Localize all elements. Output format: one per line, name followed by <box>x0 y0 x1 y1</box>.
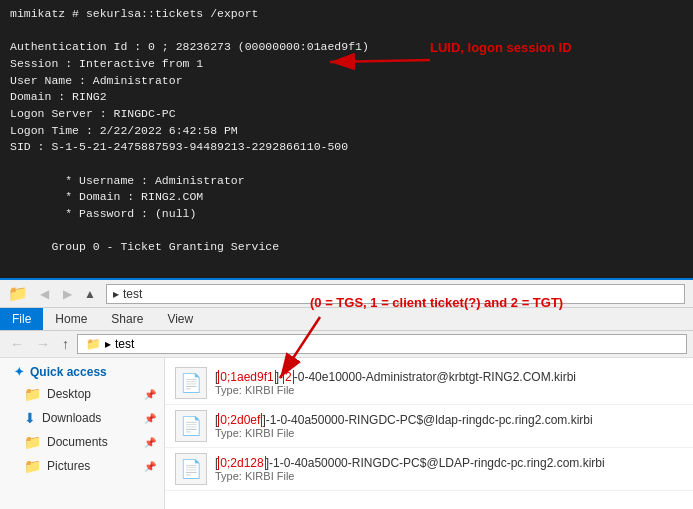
file-item-2[interactable]: 📄 [0;2d0ef]-1-0-40a50000-RINGDC-PC$@ldap… <box>165 405 693 448</box>
terminal-line-password: * Password : (null) <box>10 206 683 223</box>
desktop-pin-icon: 📌 <box>144 389 156 400</box>
file-type-1: Type: KIRBI File <box>215 384 683 396</box>
address-separator: ▸ <box>105 337 111 351</box>
sidebar-item-downloads[interactable]: ⬇ Downloads 📌 <box>0 406 164 430</box>
file-details-2: [0;2d0ef]-1-0-40a50000-RINGDC-PC$@ldap-r… <box>215 413 683 439</box>
explorer-titlebar: 📁 ◀ ▶ ▲ ▸ test <box>0 280 693 308</box>
file-item-1[interactable]: 📄 [0;1aed9f1]-2-0-40e10000-Administrator… <box>165 362 693 405</box>
desktop-label: Desktop <box>47 387 91 401</box>
terminal-line-domain: Domain : RING2 <box>10 89 683 106</box>
terminal-line-blank1 <box>10 23 683 40</box>
file-highlight-num: 2 <box>283 370 294 384</box>
breadcrumb-bar[interactable]: ▸ test <box>106 284 685 304</box>
file-type-2: Type: KIRBI File <box>215 427 683 439</box>
folder-icon: 📁 <box>8 284 28 304</box>
terminal-prompt: mimikatz # sekurlsa::tickets /export <box>10 6 683 23</box>
terminal-panel: mimikatz # sekurlsa::tickets /export Aut… <box>0 0 693 278</box>
downloads-folder-icon: ⬇ <box>24 410 36 426</box>
tab-home[interactable]: Home <box>43 308 99 330</box>
file-icon-3: 📄 <box>175 453 207 485</box>
nav-icons: ◀ ▶ ▲ <box>34 284 100 304</box>
downloads-pin-icon: 📌 <box>144 413 156 424</box>
file-item-3[interactable]: 📄 [0;2d128]-1-0-40a50000-RINGDC-PC$@LDAP… <box>165 448 693 491</box>
sidebar-item-documents[interactable]: 📁 Documents 📌 <box>0 430 164 454</box>
terminal-line-group: Group 0 - Ticket Granting Service <box>10 239 683 256</box>
tab-file[interactable]: File <box>0 308 43 330</box>
file-name-2: [0;2d0ef]-1-0-40a50000-RINGDC-PC$@ldap-r… <box>215 413 683 427</box>
terminal-line-session: Session : Interactive from 1 <box>10 56 683 73</box>
file-details-1: [0;1aed9f1]-2-0-40e10000-Administrator@k… <box>215 370 683 396</box>
file3-highlight: 0;2d128 <box>218 456 265 470</box>
terminal-line-domain2: * Domain : RING2.COM <box>10 189 683 206</box>
terminal-line-blank2 <box>10 156 683 173</box>
address-box[interactable]: 📁 ▸ test <box>77 334 687 354</box>
terminal-line-server: Logon Server : RINGDC-PC <box>10 106 683 123</box>
file-icon-1: 📄 <box>175 367 207 399</box>
star-icon: ✦ <box>14 365 24 379</box>
terminal-line-auth: Authentication Id : 0 ; 28236273 (000000… <box>10 39 683 56</box>
breadcrumb-path: test <box>123 287 142 301</box>
address-path: test <box>115 337 134 351</box>
forward-addr-button[interactable]: → <box>32 334 54 354</box>
terminal-line-sid: SID : S-1-5-21-2475887593-94489213-22928… <box>10 139 683 156</box>
file-blank-icon-3: 📄 <box>180 458 202 480</box>
back-button[interactable]: ◀ <box>34 284 54 304</box>
file-highlight-luid: 0;1aed9f1 <box>218 370 275 384</box>
address-bar-row: ← → ↑ 📁 ▸ test <box>0 331 693 358</box>
sidebar: ✦ Quick access 📁 Desktop 📌 ⬇ Downloads 📌… <box>0 358 165 509</box>
pictures-pin-icon: 📌 <box>144 461 156 472</box>
file-blank-icon-1: 📄 <box>180 372 202 394</box>
explorer-body: ✦ Quick access 📁 Desktop 📌 ⬇ Downloads 📌… <box>0 358 693 509</box>
terminal-line-username: * Username : Administrator <box>10 173 683 190</box>
sidebar-item-desktop[interactable]: 📁 Desktop 📌 <box>0 382 164 406</box>
documents-folder-icon: 📁 <box>24 434 41 450</box>
quick-access-label: Quick access <box>30 365 107 379</box>
pictures-folder-icon: 📁 <box>24 458 41 474</box>
terminal-line-user: User Name : Administrator <box>10 73 683 90</box>
sidebar-item-pictures[interactable]: 📁 Pictures 📌 <box>0 454 164 478</box>
pictures-label: Pictures <box>47 459 90 473</box>
file-blank-icon-2: 📄 <box>180 415 202 437</box>
address-icon: 📁 <box>86 337 101 351</box>
file-details-3: [0;2d128]-1-0-40a50000-RINGDC-PC$@LDAP-r… <box>215 456 683 482</box>
up-addr-button[interactable]: ↑ <box>58 334 73 354</box>
breadcrumb-separator: ▸ <box>113 287 119 301</box>
tab-share[interactable]: Share <box>99 308 155 330</box>
file-name-3: [0;2d128]-1-0-40a50000-RINGDC-PC$@LDAP-r… <box>215 456 683 470</box>
tab-view[interactable]: View <box>155 308 205 330</box>
ribbon: File Home Share View <box>0 308 693 331</box>
quick-access-header[interactable]: ✦ Quick access <box>0 362 164 382</box>
back-addr-button[interactable]: ← <box>6 334 28 354</box>
forward-button[interactable]: ▶ <box>57 284 77 304</box>
file-area: 📄 [0;1aed9f1]-2-0-40e10000-Administrator… <box>165 358 693 509</box>
documents-label: Documents <box>47 435 108 449</box>
desktop-folder-icon: 📁 <box>24 386 41 402</box>
up-button[interactable]: ▲ <box>80 284 100 304</box>
terminal-line-blank3 <box>10 223 683 240</box>
file-name-1: [0;1aed9f1]-2-0-40e10000-Administrator@k… <box>215 370 683 384</box>
file-explorer: 📁 ◀ ▶ ▲ ▸ test File Home Share View ← → … <box>0 278 693 509</box>
file-icon-2: 📄 <box>175 410 207 442</box>
file-type-3: Type: KIRBI File <box>215 470 683 482</box>
downloads-label: Downloads <box>42 411 101 425</box>
file2-highlight: 0;2d0ef <box>218 413 262 427</box>
terminal-line-time: Logon Time : 2/22/2022 6:42:58 PM <box>10 123 683 140</box>
documents-pin-icon: 📌 <box>144 437 156 448</box>
